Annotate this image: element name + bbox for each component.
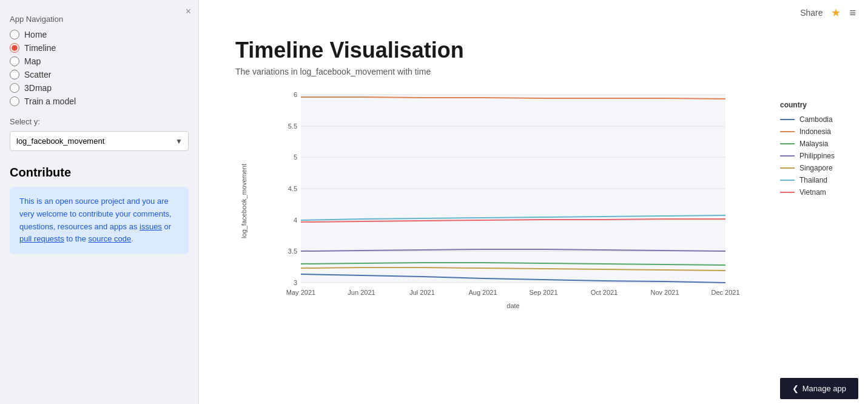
x-tick-may: May 2021 xyxy=(286,289,315,296)
sidebar: × App Navigation HomeTimelineMapScatter3… xyxy=(0,0,199,404)
page-title: Timeline Visualisation xyxy=(235,38,832,63)
legend-item-malaysia: Malaysia xyxy=(780,140,865,148)
nav-radio-train[interactable] xyxy=(10,96,19,106)
legend-item-singapore: Singapore xyxy=(780,164,865,172)
manage-app-label: Manage app xyxy=(802,384,846,393)
singapore-label: Singapore xyxy=(799,164,833,172)
nav-item-3dmap[interactable]: 3Dmap xyxy=(10,83,189,93)
nav-label: App Navigation xyxy=(10,15,189,24)
contribute-box: This is an open source project and you a… xyxy=(10,187,189,254)
philippines-legend-line xyxy=(780,155,795,157)
legend-item-indonesia: Indonesia xyxy=(780,127,865,136)
y-tick-4.5: 4.5 xyxy=(288,185,297,192)
legend-item-thailand: Thailand xyxy=(780,176,865,184)
y-tick-5: 5 xyxy=(294,153,297,161)
thailand-legend-line xyxy=(780,180,795,181)
y-tick-3: 3 xyxy=(294,279,297,286)
y-tick-5.5: 5.5 xyxy=(288,123,297,130)
main-panel: Share ★ ≡ Timeline Visualisation The var… xyxy=(199,0,868,404)
nav-item-train[interactable]: Train a model xyxy=(10,96,189,106)
vietnam-legend-line xyxy=(780,192,795,193)
chart-container: log_facebook_movement xyxy=(235,89,832,373)
nav-radio-3dmap[interactable] xyxy=(10,83,19,93)
malaysia-label: Malaysia xyxy=(799,140,828,148)
nav-label-timeline: Timeline xyxy=(24,43,56,53)
manage-app-button[interactable]: ❮ Manage app xyxy=(780,378,858,399)
bottom-bar: ❮ Manage app xyxy=(199,373,868,404)
x-tick-oct: Oct 2021 xyxy=(591,289,618,296)
x-tick-aug: Aug 2021 xyxy=(468,289,497,296)
nav-item-timeline[interactable]: Timeline xyxy=(10,43,189,53)
y-tick-3.5: 3.5 xyxy=(288,247,297,255)
x-tick-nov: Nov 2021 xyxy=(650,289,679,296)
contribute-text-4: . xyxy=(131,234,133,243)
nav-label-map: Map xyxy=(24,56,41,66)
contribute-title: Contribute xyxy=(10,166,189,180)
nav-items: HomeTimelineMapScatter3DmapTrain a model xyxy=(10,30,189,106)
philippines-label: Philippines xyxy=(799,152,835,160)
topbar: Share ★ ≡ xyxy=(199,0,868,25)
nav-radio-home[interactable] xyxy=(10,30,19,39)
close-button[interactable]: × xyxy=(186,6,191,17)
y-tick-4: 4 xyxy=(294,217,297,224)
select-y-label: Select y: xyxy=(10,117,189,126)
contribute-text-3: to the xyxy=(64,234,89,243)
source-code-link[interactable]: source code xyxy=(88,234,131,243)
nav-label-train: Train a model xyxy=(24,96,76,106)
nav-item-map[interactable]: Map xyxy=(10,56,189,66)
nav-radio-timeline[interactable] xyxy=(10,43,19,53)
page-subtitle: The variations in log_facebook_movement … xyxy=(235,67,832,76)
y-tick-6: 6 xyxy=(294,91,297,98)
y-axis-label: log_facebook_movement xyxy=(240,164,247,238)
legend-item-philippines: Philippines xyxy=(780,152,865,160)
menu-icon[interactable]: ≡ xyxy=(849,7,856,19)
pull-requests-link[interactable]: pull requests xyxy=(19,234,64,243)
legend-item-cambodia: Cambodia xyxy=(780,115,865,124)
y-select[interactable]: log_facebook_movement xyxy=(10,131,189,151)
cambodia-label: Cambodia xyxy=(799,115,833,124)
x-tick-dec: Dec 2021 xyxy=(711,289,739,296)
legend-item-vietnam: Vietnam xyxy=(780,188,865,197)
x-tick-jul: Jul 2021 xyxy=(409,289,435,296)
nav-label-home: Home xyxy=(24,30,47,39)
cambodia-legend-line xyxy=(780,119,795,120)
malaysia-legend-line xyxy=(780,143,795,144)
contribute-text-2: or xyxy=(162,222,171,231)
nav-radio-map[interactable] xyxy=(10,56,19,66)
content-area: Timeline Visualisation The variations in… xyxy=(199,25,868,373)
issues-link[interactable]: issues xyxy=(140,222,162,231)
nav-item-scatter[interactable]: Scatter xyxy=(10,70,189,79)
close-icon: × xyxy=(186,6,191,16)
share-label: Share xyxy=(800,8,823,18)
indonesia-legend-line xyxy=(780,131,795,132)
legend-title: country xyxy=(780,101,865,109)
legend: country Cambodia Indonesia Malaysia xyxy=(768,89,865,313)
chart-svg: 3 3.5 4 4.5 5 5.5 6 May 2021 Jun 2021 Ju… xyxy=(271,89,768,313)
chevron-left-icon: ❮ xyxy=(792,384,799,393)
singapore-legend-line xyxy=(780,167,795,169)
star-icon[interactable]: ★ xyxy=(831,6,841,19)
x-tick-sep: Sep 2021 xyxy=(529,289,557,296)
nav-item-home[interactable]: Home xyxy=(10,30,189,39)
thailand-label: Thailand xyxy=(799,176,827,184)
vietnam-label: Vietnam xyxy=(799,188,826,197)
x-tick-jun: Jun 2021 xyxy=(348,289,375,296)
x-axis-label: date xyxy=(506,302,519,309)
indonesia-label: Indonesia xyxy=(799,127,831,136)
nav-radio-scatter[interactable] xyxy=(10,70,19,79)
nav-label-scatter: Scatter xyxy=(24,70,51,79)
nav-label-3dmap: 3Dmap xyxy=(24,83,52,93)
y-select-wrapper: log_facebook_movement ▼ xyxy=(10,131,189,151)
